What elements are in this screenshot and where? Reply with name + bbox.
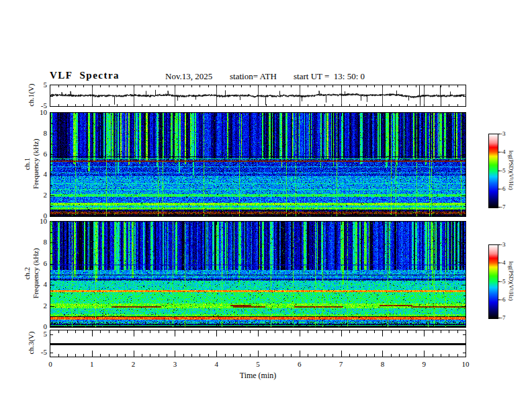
page-title: VLF Spectra xyxy=(50,70,120,81)
x-tick-label: 0 xyxy=(40,360,60,368)
ch1-spec-ylabel-axis: Frequency (kHz) xyxy=(32,110,40,218)
colorbar-tick-label: -3 xyxy=(500,130,506,137)
colorbar-tick-label: -6 xyxy=(500,185,506,192)
x-tick-label: 3 xyxy=(165,360,185,368)
y-tick-label: 6 xyxy=(21,259,47,267)
ch1-spec-ylabel: ch.1 Frequency (kHz) xyxy=(23,110,40,218)
y-tick-label: 8 xyxy=(21,238,47,246)
y-tick-label: 4 xyxy=(21,170,47,178)
ch3-waveform-panel xyxy=(50,330,466,357)
ch2-spectrogram-canvas xyxy=(50,222,466,327)
x-tick-label: 7 xyxy=(331,360,351,368)
ch2-spectrogram-panel xyxy=(50,221,466,328)
y-tick-label: 5 xyxy=(21,81,47,89)
ch3-wave-ylabel: ch.3(V) xyxy=(27,310,36,377)
ch3-waveform-canvas xyxy=(50,330,466,357)
y-tick-label: -5 xyxy=(21,101,47,109)
station-label: station= ATH xyxy=(230,71,277,82)
y-tick-label: -5 xyxy=(21,348,47,356)
colorbar-tick-label: -6 xyxy=(500,296,506,303)
y-tick-label: 2 xyxy=(21,302,47,310)
colorbar-1 xyxy=(488,134,498,208)
ch1-waveform-canvas xyxy=(50,85,466,106)
x-axis-label: Time (min) xyxy=(218,371,298,381)
vlf-spectra-figure: VLF Spectra Nov.13, 2025 station= ATH st… xyxy=(0,0,532,411)
colorbar-tick-label: -4 xyxy=(500,148,506,155)
ch1-spectrogram-canvas xyxy=(50,113,466,216)
colorbar-tick-label: -3 xyxy=(500,241,506,248)
y-tick-label: 2 xyxy=(21,191,47,199)
colorbar-2 xyxy=(488,244,498,319)
ch1-waveform-panel xyxy=(50,85,466,107)
colorbar-tick-label: -4 xyxy=(500,259,506,266)
colorbar-tick-label: -5 xyxy=(500,167,506,174)
y-tick-label: 10 xyxy=(21,217,47,225)
y-tick-label: 4 xyxy=(21,280,47,288)
ch1-spec-ylabel-ch: ch.1 xyxy=(23,110,32,218)
colorbar-tick-label: -5 xyxy=(500,278,506,285)
x-tick-label: 1 xyxy=(82,360,102,368)
ch1-spectrogram-panel xyxy=(50,112,466,217)
x-tick-label: 2 xyxy=(124,360,144,368)
colorbar-tick-label: -7 xyxy=(500,203,506,210)
x-tick-label: 10 xyxy=(455,360,476,368)
colorbar-tick-label: -7 xyxy=(500,314,506,321)
x-tick-label: 5 xyxy=(248,360,268,368)
x-tick-label: 8 xyxy=(372,360,392,368)
colorbar-1-label: log(PSD)(V²/Hz) xyxy=(505,134,515,207)
date-label: Nov.13, 2025 xyxy=(165,71,212,82)
y-tick-label: 5 xyxy=(21,330,47,338)
y-tick-label: 6 xyxy=(21,150,47,158)
x-tick-label: 6 xyxy=(290,360,310,368)
x-tick-label: 4 xyxy=(206,360,226,368)
y-tick-label: 8 xyxy=(21,129,47,137)
colorbar-2-label: log(PSD)(V²/Hz) xyxy=(505,244,515,318)
start-ut-label: start UT = 13: 50: 0 xyxy=(294,71,365,82)
x-tick-label: 9 xyxy=(414,360,434,368)
